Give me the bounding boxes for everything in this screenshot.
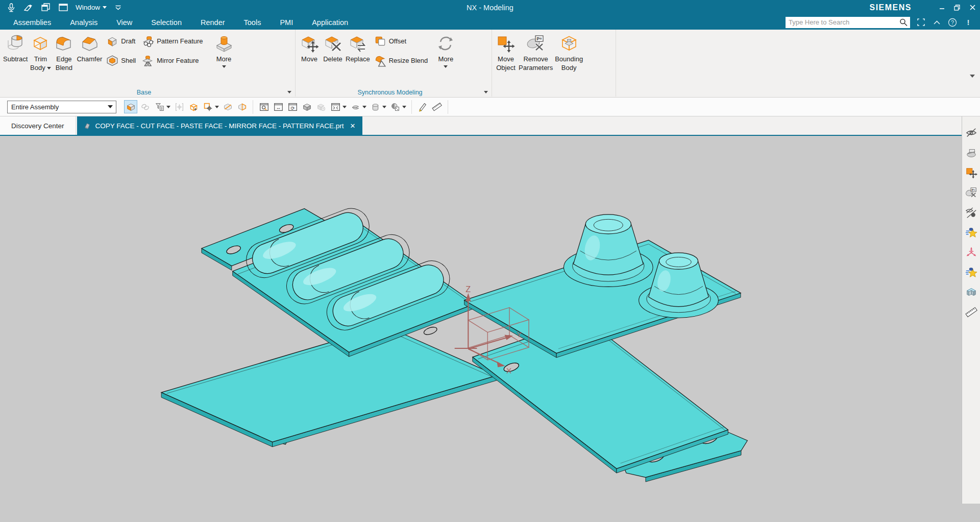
chevron-down-icon[interactable]: [215, 106, 219, 108]
model-plate-se[interactable]: [473, 318, 748, 482]
appearance-button[interactable]: [388, 100, 402, 113]
offset-region-button[interactable]: Offset: [372, 33, 430, 50]
plane-tool-button[interactable]: [221, 100, 234, 113]
close-button[interactable]: [965, 0, 980, 15]
hide-button[interactable]: [964, 126, 978, 139]
menu-application[interactable]: Application: [312, 18, 348, 27]
point-snap-button[interactable]: [201, 100, 214, 113]
model-plate-nw[interactable]: [202, 203, 475, 357]
draft-button[interactable]: Draft: [104, 33, 138, 50]
window-display-button[interactable]: [57, 2, 69, 13]
chevron-down-icon[interactable]: [382, 106, 386, 108]
sync-more-label: More: [438, 55, 454, 63]
remove-parameters-button[interactable]: P= Remove Parameters: [519, 31, 553, 87]
sync-more-icon: [435, 32, 456, 55]
viewport-3d-canvas[interactable]: Z Y X: [0, 136, 962, 503]
ribbon-options-chevron[interactable]: [970, 75, 975, 78]
chevron-down-icon[interactable]: [166, 106, 170, 108]
subtract-button[interactable]: Subtract: [3, 31, 28, 87]
favorite-command-button-2[interactable]: [964, 265, 978, 279]
menubar: Assemblies Analysis View Selection Rende…: [0, 15, 980, 30]
selection-scope-dropdown[interactable]: Entire Assembly: [7, 101, 116, 113]
sync-group-dialog-chevron[interactable]: [484, 91, 488, 93]
chamfer-icon: [79, 32, 100, 55]
svg-text:P=: P=: [536, 36, 542, 41]
cascade-windows-button[interactable]: [40, 2, 52, 13]
solid-body-button[interactable]: [964, 285, 978, 299]
zoom-window-button[interactable]: [257, 100, 271, 113]
move-handle-button[interactable]: [173, 100, 186, 113]
remove-parameters-label: Remove: [523, 55, 548, 63]
customize-quick-access-button[interactable]: [112, 2, 124, 13]
bounding-body-button[interactable]: Bounding Body: [555, 31, 583, 87]
annotate-button[interactable]: [22, 2, 35, 13]
expand-window-icon: [331, 102, 340, 112]
chevron-down-icon[interactable]: [362, 106, 366, 108]
menu-pmi[interactable]: PMI: [280, 18, 293, 27]
show-hide-button[interactable]: [964, 205, 978, 219]
move-object-button[interactable]: Move Object: [495, 31, 517, 87]
model-plate-sw[interactable]: [161, 326, 497, 446]
replace-face-button[interactable]: Replace: [346, 31, 370, 87]
favorite-command-button[interactable]: [964, 225, 978, 239]
menu-render[interactable]: Render: [201, 18, 225, 27]
restore-button[interactable]: [949, 0, 965, 15]
minimize-button[interactable]: [934, 0, 949, 15]
shell-button[interactable]: Shell: [104, 52, 138, 69]
search-input[interactable]: [786, 17, 899, 28]
highlight-faces-toggle[interactable]: [124, 100, 137, 113]
menu-assemblies[interactable]: Assemblies: [13, 18, 51, 27]
measure-shortcut[interactable]: [964, 305, 978, 319]
tab-active-part[interactable]: COPY FACE - CUT FACE - PASTE FACE - MIRR…: [77, 116, 362, 135]
help-button[interactable]: ?: [947, 17, 958, 28]
render-settings-button[interactable]: [314, 100, 328, 113]
menu-selection[interactable]: Selection: [151, 18, 182, 27]
menu-view[interactable]: View: [116, 18, 132, 27]
search-icon[interactable]: [899, 18, 908, 27]
datum-csys-button[interactable]: [964, 245, 978, 259]
shaded-view-button[interactable]: [300, 100, 313, 113]
toolbar-separator: [448, 100, 448, 114]
refresh-view-button[interactable]: ⟳: [286, 100, 299, 113]
window-menu[interactable]: Window: [75, 4, 107, 11]
graphics-viewport[interactable]: Z Y X: [0, 136, 962, 504]
measure-button[interactable]: [430, 100, 444, 113]
show-hide-icon: [965, 206, 977, 219]
remove-parameters-shortcut[interactable]: P=: [964, 185, 978, 199]
move-face-button[interactable]: Move: [299, 31, 320, 87]
pattern-feature-button[interactable]: Pattern Feature: [140, 33, 205, 50]
move-object-shortcut[interactable]: [964, 165, 978, 179]
selection-filter-button[interactable]: [153, 100, 166, 113]
chevron-down-icon[interactable]: [342, 106, 347, 108]
alerts-button[interactable]: !: [963, 17, 973, 28]
minimize-ribbon-button[interactable]: [932, 17, 942, 28]
chevron-down-icon[interactable]: [402, 106, 406, 108]
microphone-button[interactable]: [5, 2, 17, 13]
section-body-button[interactable]: [964, 146, 978, 159]
delete-face-button[interactable]: Delete: [322, 31, 344, 87]
base-more-button[interactable]: More: [213, 31, 235, 87]
menu-tools[interactable]: Tools: [244, 18, 261, 27]
sync-more-button[interactable]: More: [435, 31, 456, 87]
cascade-windows-icon: [41, 3, 51, 12]
menu-analysis[interactable]: Analysis: [70, 18, 97, 27]
wcs-dynamics-button[interactable]: [187, 100, 200, 113]
trim-body-button[interactable]: Trim Body: [30, 31, 51, 87]
snap-pairs-button[interactable]: [138, 100, 152, 113]
expand-window-button[interactable]: [329, 100, 342, 113]
resize-blend-button[interactable]: Resize Blend: [372, 52, 430, 69]
tab-close-icon[interactable]: ✕: [350, 122, 356, 130]
half-section-button[interactable]: [235, 100, 249, 113]
chamfer-button[interactable]: Chamfer: [77, 31, 102, 87]
section-view-button[interactable]: [349, 100, 362, 113]
edge-blend-button[interactable]: Edge Blend: [53, 31, 75, 87]
annotation-pen-button[interactable]: [416, 100, 429, 113]
fit-view-button[interactable]: ↔: [272, 100, 285, 113]
cylinder-view-button[interactable]: [369, 100, 382, 113]
chevron-down-icon: [444, 65, 448, 68]
mirror-feature-button[interactable]: Mirror Feature: [140, 52, 205, 69]
fullscreen-button[interactable]: [916, 17, 926, 28]
base-group-dialog-chevron[interactable]: [287, 91, 291, 93]
star-hand-icon: [965, 266, 977, 278]
tab-discovery-center[interactable]: Discovery Center: [0, 116, 76, 135]
